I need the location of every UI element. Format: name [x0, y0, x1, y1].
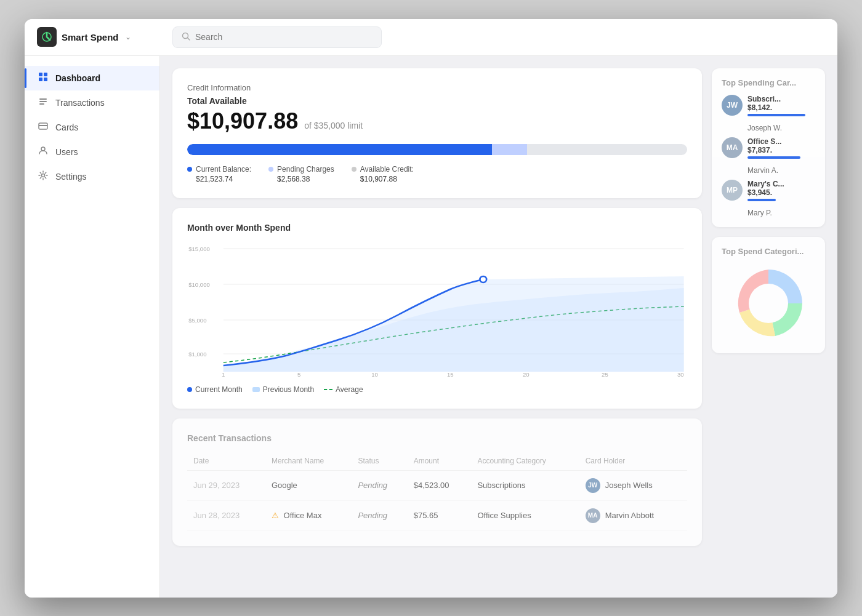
svg-text:$15,000: $15,000 — [188, 246, 210, 252]
sidebar-item-cards[interactable]: Cards — [25, 115, 159, 140]
legend-dash-avg — [324, 389, 332, 390]
sidebar-item-users[interactable]: Users — [25, 140, 159, 164]
chart-title: Month over Month Spend — [187, 223, 687, 233]
table-row: Jun 29, 2023 Google Pending $4,523.00 Su… — [187, 470, 687, 500]
users-icon — [37, 146, 49, 158]
credit-total-label: Total Available — [187, 96, 687, 106]
svg-text:15: 15 — [447, 372, 454, 378]
legend-item-available: Available Credit: $10,907.88 — [352, 165, 414, 183]
chevron-down-icon: ⌄ — [125, 33, 131, 41]
svg-rect-3 — [39, 73, 42, 76]
col-status: Status — [352, 452, 407, 471]
search-icon — [182, 32, 190, 42]
cards-icon — [37, 121, 49, 134]
settings-icon — [37, 170, 49, 183]
spender-row-1: JW Subscri... $8,142. — [722, 95, 815, 116]
svg-text:20: 20 — [523, 372, 530, 378]
sidebar-item-label: Cards — [55, 122, 78, 132]
avatar-2: MA — [586, 508, 600, 523]
sidebar-item-label: Settings — [55, 172, 87, 182]
svg-rect-9 — [39, 103, 44, 105]
txn-date-2: Jun 28, 2023 — [187, 500, 265, 530]
legend-item-balance: Current Balance: $21,523.74 — [187, 165, 251, 183]
dashboard-icon — [37, 72, 49, 84]
txn-cardholder-2: MA Marvin Abbott — [579, 500, 687, 530]
legend-label-prev: Previous Month — [263, 385, 314, 394]
chart-svg: $15,000 $10,000 $5,000 $1,000 — [187, 242, 687, 378]
sidebar-item-settings[interactable]: Settings — [25, 164, 159, 189]
legend-label-avg: Average — [336, 385, 363, 394]
spender-row-3: MP Mary's C... $3,945. — [722, 180, 815, 201]
sidebar-item-transactions[interactable]: Transactions — [25, 90, 159, 115]
spender-bar-2 — [747, 156, 800, 159]
spender-amount-2: $7,837. — [747, 146, 815, 154]
transactions-title: Recent Transactions — [187, 433, 687, 443]
legend-value-pending: $2,568.38 — [268, 175, 334, 183]
spender-info-1: Subscri... $8,142. — [747, 95, 815, 116]
legend-label-available: Available Credit: — [360, 165, 414, 174]
svg-point-13 — [42, 174, 45, 177]
legend-rect-prev — [252, 387, 260, 392]
svg-text:1: 1 — [222, 372, 225, 378]
txn-amount-2: $75.65 — [408, 500, 472, 530]
spender-avatar-2: MA — [722, 137, 743, 158]
legend-current-month: Current Month — [187, 385, 243, 394]
spender-amount-1: $8,142. — [747, 103, 815, 112]
top-categories-card: Top Spend Categori... — [712, 237, 825, 353]
legend-item-pending: Pending Charges $2,568.38 — [268, 165, 334, 183]
credit-bar-pending — [492, 144, 527, 155]
spender-bar-3 — [747, 199, 776, 201]
top-bar: Smart Spend ⌄ — [25, 19, 837, 56]
chart-area: $15,000 $10,000 $5,000 $1,000 — [187, 242, 687, 378]
credit-limit: of $35,000 limit — [304, 121, 363, 130]
search-input[interactable] — [195, 32, 373, 42]
donut-svg — [728, 263, 808, 343]
sidebar-item-label: Dashboard — [55, 73, 100, 83]
spender-category-1: Subscri... — [747, 95, 815, 103]
sidebar-item-dashboard[interactable]: Dashboard — [25, 66, 159, 90]
svg-text:$10,000: $10,000 — [188, 282, 210, 288]
credit-bar — [187, 144, 687, 155]
legend-dot-balance — [187, 167, 192, 172]
legend-dot-current — [187, 387, 192, 392]
spender-name-1: Joseph W. — [722, 124, 815, 132]
main-content: Dashboard Transactions — [25, 56, 837, 598]
warning-icon: ⚠ — [272, 511, 279, 520]
top-spenders-card: Top Spending Car... JW Subscri... $8,142… — [712, 68, 825, 227]
svg-text:$5,000: $5,000 — [188, 318, 206, 324]
chart-legend: Current Month Previous Month Average — [187, 385, 687, 394]
transactions-card: Recent Transactions Date Merchant Name S… — [172, 418, 702, 546]
right-panel: Top Spending Car... JW Subscri... $8,142… — [702, 68, 825, 585]
spender-avatar-3: MP — [722, 180, 743, 201]
svg-text:$1,000: $1,000 — [188, 351, 206, 358]
svg-text:10: 10 — [371, 372, 378, 378]
curr-month-dot — [480, 276, 486, 282]
credit-amount-value: $10,907.88 — [187, 108, 298, 134]
spender-name-3: Mary P. — [722, 209, 815, 217]
svg-point-29 — [749, 284, 788, 323]
spender-category-2: Office S... — [747, 137, 815, 146]
table-row: Jun 28, 2023 ⚠ Office Max Pending $75.65… — [187, 500, 687, 530]
legend-label-pending: Pending Charges — [277, 165, 334, 174]
spender-info-3: Mary's C... $3,945. — [747, 180, 815, 201]
txn-category-2: Office Supplies — [471, 500, 579, 530]
svg-text:5: 5 — [297, 372, 300, 378]
txn-cardholder-1: JW Joseph Wells — [579, 470, 687, 500]
svg-text:30: 30 — [677, 372, 684, 378]
credit-card: Credit Information Total Available $10,9… — [172, 68, 702, 198]
txn-status-2: Pending — [352, 500, 407, 530]
svg-rect-4 — [44, 73, 47, 76]
svg-line-2 — [188, 38, 190, 40]
col-category: Accounting Category — [471, 452, 579, 471]
app-logo: Smart Spend ⌄ — [37, 27, 172, 47]
app-window: Smart Spend ⌄ — [25, 19, 837, 598]
svg-rect-7 — [39, 98, 47, 100]
search-bar[interactable] — [172, 26, 382, 48]
svg-rect-8 — [39, 101, 47, 102]
page-area: Credit Information Total Available $10,9… — [160, 56, 837, 598]
top-spenders-title: Top Spending Car... — [722, 78, 815, 87]
legend-value-balance: $21,523.74 — [187, 175, 251, 183]
txn-amount-1: $4,523.00 — [408, 470, 472, 500]
svg-point-12 — [41, 147, 45, 151]
col-date: Date — [187, 452, 265, 471]
